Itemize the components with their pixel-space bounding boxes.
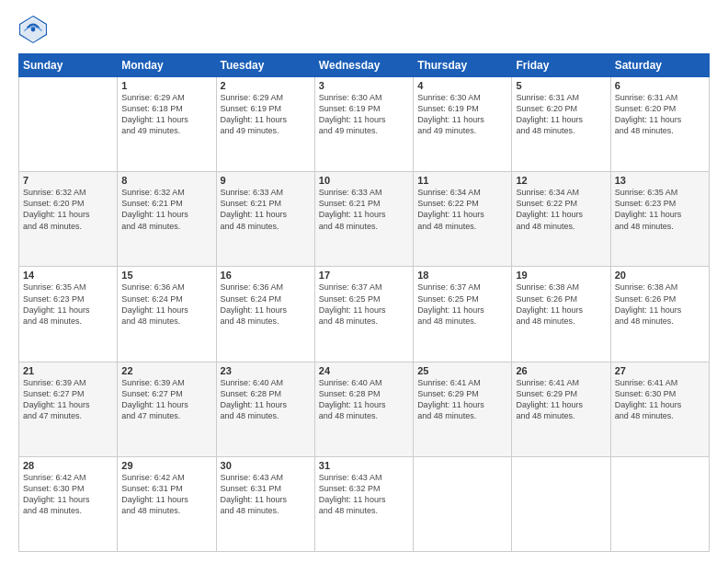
calendar-cell: 21Sunrise: 6:39 AM Sunset: 6:27 PM Dayli… — [19, 362, 118, 456]
calendar-header-monday: Monday — [118, 54, 216, 77]
day-number: 19 — [516, 270, 606, 281]
calendar-header-friday: Friday — [512, 54, 610, 77]
day-number: 26 — [516, 365, 606, 376]
calendar-cell: 7Sunrise: 6:32 AM Sunset: 6:20 PM Daylig… — [19, 172, 118, 267]
day-number: 15 — [121, 270, 211, 281]
calendar-cell: 1Sunrise: 6:29 AM Sunset: 6:18 PM Daylig… — [118, 77, 216, 172]
calendar-cell: 15Sunrise: 6:36 AM Sunset: 6:24 PM Dayli… — [118, 267, 216, 362]
calendar-cell: 29Sunrise: 6:42 AM Sunset: 6:31 PM Dayli… — [118, 456, 216, 551]
day-number: 5 — [516, 80, 606, 91]
day-number: 2 — [221, 80, 311, 91]
day-info: Sunrise: 6:36 AM Sunset: 6:24 PM Dayligh… — [221, 282, 311, 327]
calendar-cell: 19Sunrise: 6:38 AM Sunset: 6:26 PM Dayli… — [512, 267, 610, 362]
day-info: Sunrise: 6:38 AM Sunset: 6:26 PM Dayligh… — [615, 282, 705, 327]
calendar-cell: 10Sunrise: 6:33 AM Sunset: 6:21 PM Dayli… — [314, 172, 413, 267]
day-number: 6 — [615, 80, 705, 91]
day-info: Sunrise: 6:31 AM Sunset: 6:20 PM Dayligh… — [615, 92, 705, 137]
day-info: Sunrise: 6:29 AM Sunset: 6:18 PM Dayligh… — [121, 92, 211, 137]
day-info: Sunrise: 6:38 AM Sunset: 6:26 PM Dayligh… — [516, 282, 606, 327]
day-info: Sunrise: 6:40 AM Sunset: 6:28 PM Dayligh… — [319, 377, 409, 422]
day-number: 24 — [319, 365, 409, 376]
calendar-cell: 14Sunrise: 6:35 AM Sunset: 6:23 PM Dayli… — [19, 267, 118, 362]
day-number: 14 — [23, 270, 113, 281]
day-info: Sunrise: 6:33 AM Sunset: 6:21 PM Dayligh… — [319, 187, 409, 232]
day-number: 25 — [417, 365, 507, 376]
calendar-cell: 16Sunrise: 6:36 AM Sunset: 6:24 PM Dayli… — [216, 267, 314, 362]
day-number: 10 — [319, 175, 409, 186]
day-info: Sunrise: 6:37 AM Sunset: 6:25 PM Dayligh… — [417, 282, 507, 327]
day-info: Sunrise: 6:35 AM Sunset: 6:23 PM Dayligh… — [615, 187, 705, 232]
page: SundayMondayTuesdayWednesdayThursdayFrid… — [0, 0, 728, 563]
day-info: Sunrise: 6:39 AM Sunset: 6:27 PM Dayligh… — [23, 377, 113, 422]
calendar-cell: 23Sunrise: 6:40 AM Sunset: 6:28 PM Dayli… — [216, 362, 314, 456]
day-info: Sunrise: 6:32 AM Sunset: 6:20 PM Dayligh… — [23, 187, 113, 232]
day-info: Sunrise: 6:39 AM Sunset: 6:27 PM Dayligh… — [121, 377, 211, 422]
calendar-cell: 2Sunrise: 6:29 AM Sunset: 6:19 PM Daylig… — [216, 77, 314, 172]
day-info: Sunrise: 6:43 AM Sunset: 6:32 PM Dayligh… — [319, 472, 409, 517]
calendar-cell: 20Sunrise: 6:38 AM Sunset: 6:26 PM Dayli… — [610, 267, 709, 362]
day-number: 13 — [615, 175, 705, 186]
day-number: 3 — [319, 80, 409, 91]
calendar-cell: 9Sunrise: 6:33 AM Sunset: 6:21 PM Daylig… — [216, 172, 314, 267]
day-number: 30 — [221, 460, 311, 471]
calendar-header-row: SundayMondayTuesdayWednesdayThursdayFrid… — [19, 54, 710, 77]
calendar-cell: 6Sunrise: 6:31 AM Sunset: 6:20 PM Daylig… — [610, 77, 709, 172]
day-number: 16 — [221, 270, 311, 281]
day-number: 7 — [23, 175, 113, 186]
day-number: 18 — [417, 270, 507, 281]
day-number: 31 — [319, 460, 409, 471]
day-number: 28 — [23, 460, 113, 471]
calendar-cell: 24Sunrise: 6:40 AM Sunset: 6:28 PM Dayli… — [314, 362, 413, 456]
day-number: 22 — [121, 365, 211, 376]
calendar-week-4: 21Sunrise: 6:39 AM Sunset: 6:27 PM Dayli… — [19, 362, 710, 456]
day-info: Sunrise: 6:41 AM Sunset: 6:29 PM Dayligh… — [516, 377, 606, 422]
day-info: Sunrise: 6:34 AM Sunset: 6:22 PM Dayligh… — [516, 187, 606, 232]
calendar-cell: 28Sunrise: 6:42 AM Sunset: 6:30 PM Dayli… — [19, 456, 118, 551]
calendar-cell: 31Sunrise: 6:43 AM Sunset: 6:32 PM Dayli… — [314, 456, 413, 551]
calendar-cell — [610, 456, 709, 551]
day-number: 21 — [23, 365, 113, 376]
day-info: Sunrise: 6:33 AM Sunset: 6:21 PM Dayligh… — [221, 187, 311, 232]
calendar-cell: 8Sunrise: 6:32 AM Sunset: 6:21 PM Daylig… — [118, 172, 216, 267]
day-info: Sunrise: 6:42 AM Sunset: 6:30 PM Dayligh… — [23, 472, 113, 517]
calendar-header-thursday: Thursday — [414, 54, 512, 77]
logo — [18, 15, 51, 44]
calendar-header-wednesday: Wednesday — [314, 54, 413, 77]
day-number: 23 — [221, 365, 311, 376]
day-number: 12 — [516, 175, 606, 186]
calendar-cell: 22Sunrise: 6:39 AM Sunset: 6:27 PM Dayli… — [118, 362, 216, 456]
calendar-week-1: 1Sunrise: 6:29 AM Sunset: 6:18 PM Daylig… — [19, 77, 710, 172]
day-info: Sunrise: 6:42 AM Sunset: 6:31 PM Dayligh… — [121, 472, 211, 517]
calendar-header-saturday: Saturday — [610, 54, 709, 77]
day-info: Sunrise: 6:34 AM Sunset: 6:22 PM Dayligh… — [417, 187, 507, 232]
svg-point-2 — [31, 28, 36, 32]
day-info: Sunrise: 6:30 AM Sunset: 6:19 PM Dayligh… — [417, 92, 507, 137]
calendar-cell — [19, 77, 118, 172]
calendar-cell: 12Sunrise: 6:34 AM Sunset: 6:22 PM Dayli… — [512, 172, 610, 267]
day-info: Sunrise: 6:36 AM Sunset: 6:24 PM Dayligh… — [121, 282, 211, 327]
day-info: Sunrise: 6:30 AM Sunset: 6:19 PM Dayligh… — [319, 92, 409, 137]
calendar-header-tuesday: Tuesday — [216, 54, 314, 77]
day-info: Sunrise: 6:37 AM Sunset: 6:25 PM Dayligh… — [319, 282, 409, 327]
calendar-cell: 11Sunrise: 6:34 AM Sunset: 6:22 PM Dayli… — [414, 172, 512, 267]
day-info: Sunrise: 6:31 AM Sunset: 6:20 PM Dayligh… — [516, 92, 606, 137]
calendar: SundayMondayTuesdayWednesdayThursdayFrid… — [18, 53, 710, 552]
calendar-week-3: 14Sunrise: 6:35 AM Sunset: 6:23 PM Dayli… — [19, 267, 710, 362]
day-info: Sunrise: 6:43 AM Sunset: 6:31 PM Dayligh… — [221, 472, 311, 517]
day-number: 27 — [615, 365, 705, 376]
calendar-cell: 3Sunrise: 6:30 AM Sunset: 6:19 PM Daylig… — [314, 77, 413, 172]
day-number: 17 — [319, 270, 409, 281]
calendar-header-sunday: Sunday — [19, 54, 118, 77]
day-info: Sunrise: 6:40 AM Sunset: 6:28 PM Dayligh… — [221, 377, 311, 422]
day-info: Sunrise: 6:41 AM Sunset: 6:30 PM Dayligh… — [615, 377, 705, 422]
calendar-week-2: 7Sunrise: 6:32 AM Sunset: 6:20 PM Daylig… — [19, 172, 710, 267]
logo-icon — [18, 15, 48, 44]
calendar-cell: 17Sunrise: 6:37 AM Sunset: 6:25 PM Dayli… — [314, 267, 413, 362]
day-number: 29 — [121, 460, 211, 471]
calendar-cell — [414, 456, 512, 551]
day-number: 9 — [221, 175, 311, 186]
day-info: Sunrise: 6:29 AM Sunset: 6:19 PM Dayligh… — [221, 92, 311, 137]
day-info: Sunrise: 6:41 AM Sunset: 6:29 PM Dayligh… — [417, 377, 507, 422]
calendar-cell — [512, 456, 610, 551]
day-info: Sunrise: 6:32 AM Sunset: 6:21 PM Dayligh… — [121, 187, 211, 232]
